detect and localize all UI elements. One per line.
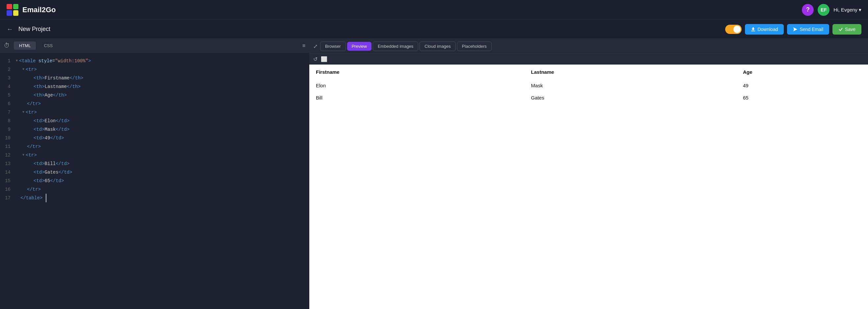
code-line: <td>Elon</td> — [16, 117, 307, 125]
user-greeting[interactable]: Hi, Evgeny ▾ — [833, 7, 861, 13]
expand-icon[interactable]: ⤢ — [313, 43, 317, 49]
tab-preview[interactable]: Preview — [347, 42, 371, 51]
app-title: Email2Go — [22, 6, 56, 14]
sub-header: ← New Project Download Send Email — [0, 20, 868, 39]
code-line: <th>Lastname</th> — [16, 82, 307, 91]
send-email-button[interactable]: Send Email — [787, 24, 829, 35]
code-line: <td>49</td> — [16, 134, 307, 142]
clock-icon[interactable]: ⏱ — [4, 42, 10, 49]
tab-cloud-images[interactable]: Cloud images — [420, 41, 456, 51]
code-line: ▼ <tr> — [16, 108, 307, 117]
cell-age: 65 — [736, 91, 868, 104]
code-content: ▼ <table style="width:100%"> ▼ <tr> <th>… — [13, 53, 309, 309]
fold-arrow[interactable]: ▼ — [22, 151, 24, 160]
save-button[interactable]: Save — [833, 24, 861, 35]
code-line: </tr> — [16, 100, 307, 108]
toggle-thumb — [734, 26, 741, 33]
download-icon — [751, 27, 755, 32]
send-icon — [793, 27, 798, 32]
tab-browser[interactable]: Browser — [320, 41, 346, 51]
code-line: </table> — [16, 194, 307, 202]
code-line: </tr> — [16, 185, 307, 194]
logo-icon — [7, 4, 19, 16]
code-line: <td>Gates</td> — [16, 168, 307, 176]
editor-tabs: ⏱ HTML CSS ≡ — [0, 39, 309, 53]
header: Email2Go ? EF Hi, Evgeny ▾ — [0, 0, 868, 20]
header-right: ? EF Hi, Evgeny ▾ — [802, 4, 861, 16]
col-header-age: Age — [736, 64, 868, 79]
tab-embedded-images[interactable]: Embedded images — [373, 41, 418, 51]
tab-css[interactable]: CSS — [38, 41, 58, 50]
cell-age: 49 — [736, 79, 868, 91]
cell-lastname: Gates — [525, 91, 736, 104]
code-line: ▼ <table style="width:100%"> — [16, 57, 307, 65]
logo-area: Email2Go — [7, 4, 56, 16]
code-line: ▼ <tr> — [16, 65, 307, 74]
code-line: <td>65</td> — [16, 176, 307, 185]
code-line: <th>Firstname</th> — [16, 74, 307, 82]
download-button[interactable]: Download — [745, 24, 784, 35]
col-header-lastname: Lastname — [525, 64, 736, 79]
sub-header-right: Download Send Email Save — [725, 24, 861, 35]
help-button[interactable]: ? — [802, 4, 814, 16]
preview-table: Firstname Lastname Age Elon Mask 49 Bill… — [309, 64, 868, 104]
preview-panel: ⤢ Browser Preview Embedded images Cloud … — [309, 39, 868, 309]
wrap-icon[interactable]: ≡ — [302, 43, 305, 49]
fold-arrow[interactable]: ▼ — [22, 108, 24, 117]
col-header-firstname: Firstname — [309, 64, 525, 79]
preview-content: Firstname Lastname Age Elon Mask 49 Bill… — [309, 64, 868, 309]
svg-marker-1 — [793, 27, 797, 31]
back-button[interactable]: ← — [7, 25, 13, 33]
code-line: ▼ <tr> — [16, 151, 307, 160]
cell-lastname: Mask — [525, 79, 736, 91]
code-line: <th>Age</th> — [16, 91, 307, 100]
editor-panel: ⏱ HTML CSS ≡ 1 2 3 4 5 6 7 8 9 10 11 12 … — [0, 39, 309, 309]
device-icon[interactable]: ⬜ — [321, 56, 328, 62]
sub-header-left: ← New Project — [7, 25, 50, 33]
preview-tabs: ⤢ Browser Preview Embedded images Cloud … — [309, 39, 868, 54]
tab-placeholders[interactable]: Placeholders — [457, 41, 492, 51]
main-layout: ⏱ HTML CSS ≡ 1 2 3 4 5 6 7 8 9 10 11 12 … — [0, 39, 868, 309]
tab-html[interactable]: HTML — [14, 41, 36, 50]
svg-rect-0 — [751, 31, 755, 31]
line-numbers: 1 2 3 4 5 6 7 8 9 10 11 12 13 14 15 16 1… — [0, 53, 13, 309]
cell-firstname: Bill — [309, 91, 525, 104]
table-row: Elon Mask 49 — [309, 79, 868, 91]
cell-firstname: Elon — [309, 79, 525, 91]
code-line: <td>Bill</td> — [16, 160, 307, 168]
code-line: <td>Mask</td> — [16, 125, 307, 134]
code-line: </tr> — [16, 142, 307, 151]
refresh-icon[interactable]: ↺ — [313, 56, 317, 62]
table-row: Bill Gates 65 — [309, 91, 868, 104]
project-title: New Project — [19, 26, 50, 33]
preview-tools: ↺ ⬜ — [309, 54, 868, 64]
fold-arrow[interactable]: ▼ — [16, 57, 18, 65]
theme-toggle[interactable] — [725, 25, 742, 34]
checkmark-icon — [838, 27, 843, 32]
fold-arrow[interactable]: ▼ — [22, 65, 24, 74]
avatar[interactable]: EF — [818, 4, 830, 16]
code-area[interactable]: 1 2 3 4 5 6 7 8 9 10 11 12 13 14 15 16 1… — [0, 53, 309, 309]
